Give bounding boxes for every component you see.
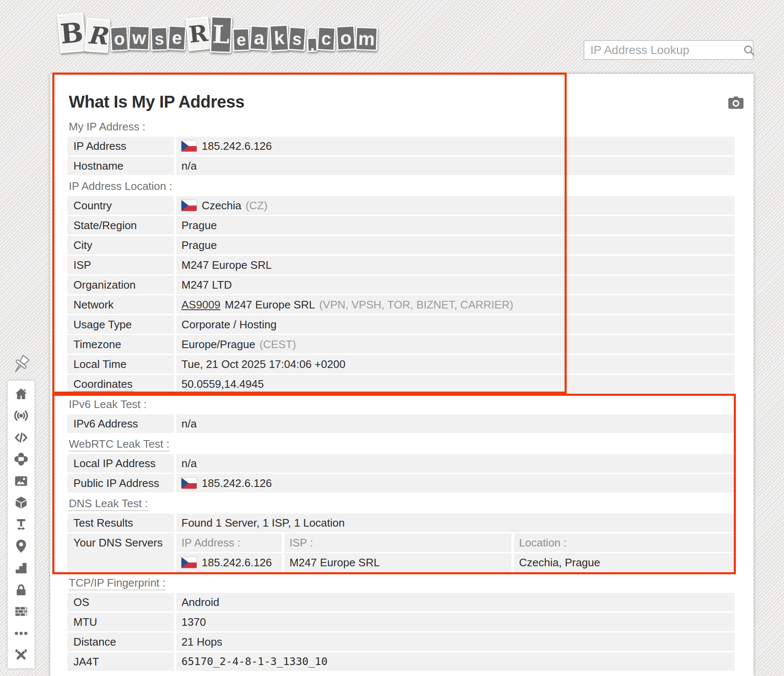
row-label: Network bbox=[68, 295, 174, 314]
row-value: Prague bbox=[176, 216, 735, 235]
dns-subtable: IP Address :ISP :Location : 185.242.6.12… bbox=[176, 533, 735, 572]
section-heading: IPv6 Leak Test : bbox=[69, 398, 735, 410]
logo-letter-tile: m bbox=[355, 27, 378, 51]
table-row: Coordinates50.0559,14.4945 bbox=[68, 375, 735, 393]
section-heading-text: TCP/IP Fingerprint : bbox=[69, 576, 165, 590]
camera-icon bbox=[727, 95, 745, 110]
logo-letter-tile: o bbox=[110, 26, 129, 51]
dns-server-isp: M247 Europe SRL bbox=[284, 553, 511, 572]
image-icon bbox=[14, 473, 29, 489]
section-heading: WebRTC Leak Test : bbox=[69, 438, 735, 450]
row-label: ISP bbox=[68, 256, 174, 274]
section: WebRTC Leak Test :Local IP Addressn/aPub… bbox=[68, 438, 735, 492]
row-label: City bbox=[68, 236, 174, 254]
content-card: What Is My IP Address My IP Address :IP … bbox=[50, 74, 754, 676]
section-heading-text: DNS Leak Test : bbox=[69, 497, 148, 511]
table-row: Hostnamen/a bbox=[68, 157, 735, 175]
sidebar-item-bricks[interactable] bbox=[13, 603, 30, 620]
logo-letter-tile: s bbox=[288, 27, 306, 51]
search-button[interactable] bbox=[743, 41, 755, 59]
dns-server-ip: 185.242.6.126 bbox=[176, 553, 282, 572]
sidebar-item-image[interactable] bbox=[13, 473, 30, 489]
table-row: ISPM247 Europe SRL bbox=[68, 256, 735, 274]
logo-letter-tile: L bbox=[210, 16, 232, 53]
row-label: OS bbox=[68, 593, 174, 611]
cube-icon bbox=[14, 495, 29, 510]
row-label: JA4T bbox=[68, 652, 174, 671]
table-row: MTU1370 bbox=[68, 613, 735, 631]
sidebar-item-home[interactable] bbox=[13, 386, 30, 403]
results-sections: My IP Address :IP Address 185.242.6.126H… bbox=[68, 121, 735, 676]
sidebar-item-wrench[interactable] bbox=[13, 646, 30, 663]
sidebar-item-location-pin[interactable] bbox=[13, 538, 30, 554]
lock-icon bbox=[14, 582, 29, 598]
site-logo[interactable]: BRowseRLeaks.com bbox=[58, 11, 378, 55]
row-value-text: n/a bbox=[181, 454, 197, 473]
section-heading-text: IPv6 Leak Test : bbox=[69, 398, 147, 411]
row-value-text: Corporate / Hosting bbox=[181, 315, 276, 334]
table-row: OrganizationM247 LTD bbox=[68, 276, 735, 294]
row-value: Found 1 Server, 1 ISP, 1 Location bbox=[176, 514, 735, 532]
screenshot-button[interactable] bbox=[727, 95, 745, 110]
row-value: 185.242.6.126 bbox=[176, 137, 735, 155]
search-input[interactable] bbox=[584, 43, 743, 57]
czech-flag-icon bbox=[181, 200, 197, 211]
row-label: Country bbox=[68, 196, 174, 215]
row-label: Distance bbox=[68, 633, 174, 651]
page-title: What Is My IP Address bbox=[69, 92, 735, 111]
row-value: n/a bbox=[176, 157, 735, 175]
row-value: Corporate / Hosting bbox=[176, 315, 735, 334]
dns-column-header: ISP : bbox=[284, 533, 511, 552]
home-icon bbox=[14, 387, 29, 402]
table-row: Country Czechia(CZ) bbox=[68, 196, 735, 215]
dns-column-header: IP Address : bbox=[176, 533, 282, 552]
table-row: State/RegionPrague bbox=[68, 216, 735, 235]
table-row: JA4T65170_2-4-8-1-3_1330_10 bbox=[68, 652, 735, 671]
section-heading: TCP/IP Fingerprint : bbox=[69, 577, 735, 589]
row-value-text: n/a bbox=[181, 414, 197, 433]
table-row: Distance21 Hops bbox=[68, 633, 735, 651]
sidebar-item-code[interactable] bbox=[13, 429, 30, 446]
row-value: 50.0559,14.4945 bbox=[176, 375, 735, 393]
asn-link[interactable]: AS9009 bbox=[181, 295, 221, 314]
row-value-text: 65170_2-4-8-1-3_1330_10 bbox=[181, 652, 327, 671]
logo-letter-tile: R bbox=[84, 18, 110, 53]
table-row: TimezoneEurope/Prague(CEST) bbox=[68, 335, 735, 354]
table-row: Local TimeTue, 21 Oct 2025 17:04:06 +020… bbox=[68, 355, 735, 373]
czech-flag-icon bbox=[181, 141, 197, 151]
table-row: IPv6 Addressn/a bbox=[68, 414, 735, 433]
row-value-note: (VPN, VPSH, TOR, BIZNET, CARRIER) bbox=[319, 295, 513, 314]
row-value-text: Prague bbox=[181, 216, 217, 235]
row-value: Prague bbox=[176, 236, 735, 254]
sidebar-item-text-width[interactable] bbox=[13, 516, 30, 533]
row-value: 21 Hops bbox=[176, 633, 735, 651]
logo-letter-tile: e bbox=[168, 25, 187, 51]
row-value: n/a bbox=[176, 454, 735, 473]
sidebar-item-broadcast[interactable] bbox=[13, 407, 30, 424]
sidebar-item-lock[interactable] bbox=[13, 581, 30, 598]
row-value-text: Found 1 Server, 1 ISP, 1 Location bbox=[181, 514, 345, 532]
bricks-icon bbox=[14, 604, 29, 619]
row-label: IPv6 Address bbox=[68, 414, 174, 433]
sidebar-pin-toggle[interactable] bbox=[8, 353, 33, 377]
browserleaks-page: { "header": { "logo_text": "BrowserLeaks… bbox=[0, 0, 784, 676]
table-row: Test ResultsFound 1 Server, 1 ISP, 1 Loc… bbox=[68, 514, 735, 532]
section: My IP Address :IP Address 185.242.6.126H… bbox=[68, 121, 735, 175]
sidebar-item-stairs[interactable] bbox=[13, 560, 30, 576]
logo-letter-tile: s bbox=[151, 27, 168, 51]
sidebar-item-flower-chat[interactable] bbox=[13, 451, 30, 468]
row-label-text: Coordinates bbox=[73, 378, 132, 392]
dns-column-header: Location : bbox=[514, 533, 735, 552]
row-value-note: (CZ) bbox=[246, 196, 268, 215]
logo-letter-tile: a bbox=[249, 25, 269, 51]
row-value: AS9009M247 Europe SRL(VPN, VPSH, TOR, BI… bbox=[176, 295, 735, 314]
table-row: Your DNS ServersIP Address :ISP :Locatio… bbox=[68, 533, 735, 572]
tools-sidebar bbox=[8, 381, 35, 668]
row-label: MTU bbox=[68, 613, 174, 631]
row-value: 65170_2-4-8-1-3_1330_10 bbox=[176, 652, 735, 671]
sidebar-item-ellipsis[interactable] bbox=[13, 625, 30, 642]
section-heading-text: IP Address Location : bbox=[69, 180, 172, 192]
sidebar-item-cube[interactable] bbox=[13, 494, 30, 511]
section-heading: My IP Address : bbox=[69, 121, 735, 132]
row-label: State/Region bbox=[68, 216, 174, 235]
